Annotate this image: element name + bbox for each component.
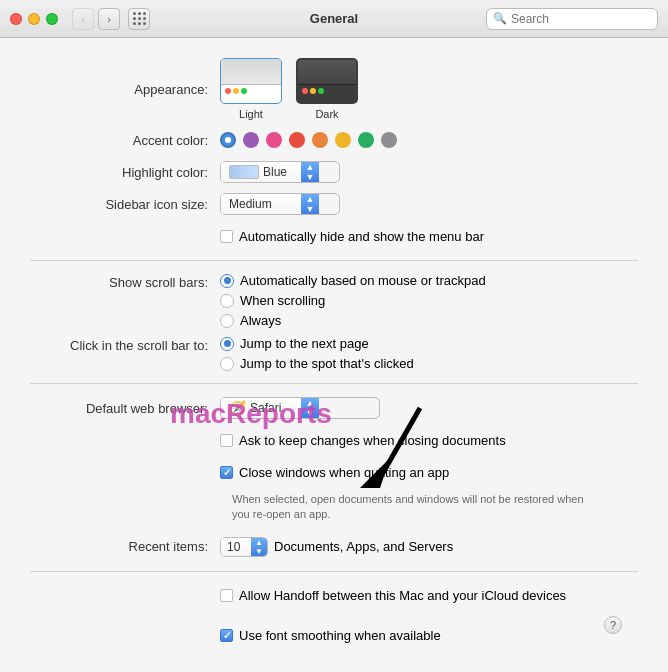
default-browser-select[interactable]: 🧭 Safari ▲▼ (220, 397, 380, 419)
click-spot-label: Jump to the spot that's clicked (240, 356, 414, 371)
click-spot-item: Jump to the spot that's clicked (220, 356, 414, 371)
scroll-when-scrolling-item: When scrolling (220, 293, 486, 308)
handoff-text: Allow Handoff between this Mac and your … (239, 588, 566, 603)
scroll-auto-label: Automatically based on mouse or trackpad (240, 273, 486, 288)
menu-bar-checkbox[interactable] (220, 230, 233, 243)
menu-bar-control: Automatically hide and show the menu bar (220, 229, 484, 244)
click-scroll-row: Click in the scroll bar to: Jump to the … (30, 336, 638, 371)
ask-keep-changes-checkbox[interactable] (220, 434, 233, 447)
ask-keep-changes-text: Ask to keep changes when closing documen… (239, 433, 506, 448)
handoff-checkbox[interactable] (220, 589, 233, 602)
font-smoothing-checkbox[interactable] (220, 629, 233, 642)
search-icon: 🔍 (493, 12, 507, 25)
search-input[interactable] (511, 12, 651, 26)
appearance-dark-label: Dark (315, 108, 338, 120)
ask-keep-changes-control: Ask to keep changes when closing documen… (220, 433, 506, 448)
default-browser-row: Default web browser: 🧭 Safari ▲▼ (30, 396, 638, 420)
window-title: General (310, 11, 358, 26)
highlight-color-value: Blue (221, 162, 301, 182)
click-next-page-item: Jump to the next page (220, 336, 414, 351)
highlight-color-arrow[interactable]: ▲▼ (301, 162, 319, 182)
scroll-when-scrolling-radio[interactable] (220, 294, 234, 308)
accent-color-label: Accent color: (30, 133, 220, 148)
font-smoothing-control: Use font smoothing when available (220, 628, 441, 643)
forward-button[interactable]: › (98, 8, 120, 30)
help-button[interactable]: ? (604, 616, 622, 634)
accent-purple[interactable] (243, 132, 259, 148)
default-browser-arrow[interactable]: ▲▼ (301, 398, 319, 418)
recent-items-row: Recent items: 10 ▲▼ Documents, Apps, and… (30, 535, 638, 559)
accent-color-row: Accent color: (30, 128, 638, 152)
settings-content: Appearance: Light (0, 38, 668, 672)
appearance-light[interactable]: Light (220, 58, 282, 120)
sidebar-icon-size-select[interactable]: Medium ▲▼ (220, 193, 340, 215)
appearance-label: Appearance: (30, 82, 220, 97)
maximize-button[interactable] (46, 13, 58, 25)
minimize-button[interactable] (28, 13, 40, 25)
close-button[interactable] (10, 13, 22, 25)
handoff-row: Allow Handoff between this Mac and your … (30, 584, 638, 608)
menu-bar-row: Automatically hide and show the menu bar (30, 224, 638, 248)
scroll-bars-label: Show scroll bars: (30, 273, 220, 290)
menu-bar-checkbox-label: Automatically hide and show the menu bar (239, 229, 484, 244)
close-windows-row: Close windows when quitting an app (30, 460, 638, 484)
appearance-light-thumb (220, 58, 282, 104)
click-spot-radio[interactable] (220, 357, 234, 371)
close-windows-control: Close windows when quitting an app (220, 465, 449, 480)
titlebar: ‹ › General 🔍 (0, 0, 668, 38)
scroll-auto-item: Automatically based on mouse or trackpad (220, 273, 486, 288)
scroll-always-radio[interactable] (220, 314, 234, 328)
accent-blue[interactable] (220, 132, 236, 148)
default-browser-value: 🧭 Safari (221, 398, 301, 418)
nav-buttons: ‹ › (72, 8, 120, 30)
recent-items-select[interactable]: 10 ▲▼ (220, 537, 268, 557)
appearance-dark[interactable]: Dark (296, 58, 358, 120)
appearance-light-label: Light (239, 108, 263, 120)
grid-button[interactable] (128, 8, 150, 30)
scroll-always-item: Always (220, 313, 486, 328)
highlight-color-select[interactable]: Blue ▲▼ (220, 161, 340, 183)
accent-red[interactable] (289, 132, 305, 148)
separator-3 (30, 571, 638, 572)
recent-items-control: 10 ▲▼ Documents, Apps, and Servers (220, 537, 453, 557)
search-box[interactable]: 🔍 (486, 8, 658, 30)
accent-orange[interactable] (312, 132, 328, 148)
highlight-color-row: Highlight color: Blue ▲▼ (30, 160, 638, 184)
font-smoothing-row: Use font smoothing when available (30, 624, 638, 648)
ask-keep-changes-row: Ask to keep changes when closing documen… (30, 428, 638, 452)
click-scroll-options: Jump to the next page Jump to the spot t… (220, 336, 414, 371)
recent-items-label: Recent items: (30, 539, 220, 554)
appearance-row: Appearance: Light (30, 58, 638, 120)
scroll-bars-options: Automatically based on mouse or trackpad… (220, 273, 486, 328)
handoff-control: Allow Handoff between this Mac and your … (220, 588, 566, 603)
accent-green[interactable] (358, 132, 374, 148)
scroll-when-scrolling-label: When scrolling (240, 293, 325, 308)
close-windows-description: When selected, open documents and window… (232, 492, 592, 523)
close-windows-checkbox[interactable] (220, 466, 233, 479)
separator-1 (30, 260, 638, 261)
recent-items-arrow[interactable]: ▲▼ (251, 538, 267, 556)
accent-graphite[interactable] (381, 132, 397, 148)
appearance-dark-thumb (296, 58, 358, 104)
recent-items-value: 10 (221, 538, 251, 556)
click-next-page-radio[interactable] (220, 337, 234, 351)
accent-yellow[interactable] (335, 132, 351, 148)
scroll-always-label: Always (240, 313, 281, 328)
appearance-options: Light Dark (220, 58, 358, 120)
scroll-bars-row: Show scroll bars: Automatically based on… (30, 273, 638, 328)
sidebar-icon-size-arrow[interactable]: ▲▼ (301, 194, 319, 214)
click-next-page-label: Jump to the next page (240, 336, 369, 351)
font-smoothing-text: Use font smoothing when available (239, 628, 441, 643)
separator-2 (30, 383, 638, 384)
sidebar-icon-size-row: Sidebar icon size: Medium ▲▼ (30, 192, 638, 216)
default-browser-label: Default web browser: (30, 401, 220, 416)
scroll-auto-radio[interactable] (220, 274, 234, 288)
traffic-lights (10, 13, 58, 25)
sidebar-icon-size-value: Medium (221, 194, 301, 214)
highlight-color-label: Highlight color: (30, 165, 220, 180)
accent-colors (220, 132, 397, 148)
click-scroll-label: Click in the scroll bar to: (30, 336, 220, 353)
accent-pink[interactable] (266, 132, 282, 148)
back-button[interactable]: ‹ (72, 8, 94, 30)
close-windows-text: Close windows when quitting an app (239, 465, 449, 480)
